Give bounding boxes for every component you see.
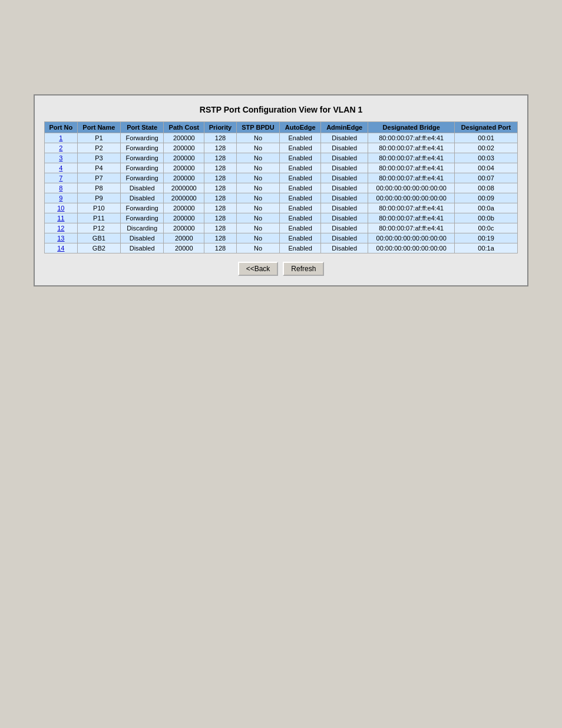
table-row: 11P11Forwarding200000128NoEnabledDisable… — [45, 213, 518, 223]
admin-edge-cell: Disabled — [321, 213, 368, 223]
path-cost-cell: 2000000 — [164, 193, 204, 203]
port-name-cell: GB1 — [77, 233, 120, 243]
port-state-cell: Disabled — [121, 193, 164, 203]
rstp-table: Port NoPort NamePort StatePath CostPrior… — [44, 121, 518, 253]
table-row: 1P1Forwarding200000128NoEnabledDisabled8… — [45, 133, 518, 143]
admin-edge-cell: Disabled — [321, 203, 368, 213]
stp-bpdu-cell: No — [236, 153, 280, 163]
button-row: <<Back Refresh — [44, 262, 518, 276]
path-cost-cell: 200000 — [164, 173, 204, 183]
port-name-cell: P8 — [77, 183, 120, 193]
stp-bpdu-cell: No — [236, 223, 280, 233]
port-name-cell: P11 — [77, 213, 120, 223]
port-name-cell: P10 — [77, 203, 120, 213]
port-no-cell[interactable]: 1 — [45, 133, 78, 143]
port-no-cell[interactable]: 11 — [45, 213, 78, 223]
port-no-cell[interactable]: 12 — [45, 223, 78, 233]
designated-port-cell: 00:0a — [455, 203, 518, 213]
port-no-cell[interactable]: 4 — [45, 163, 78, 173]
port-state-cell: Forwarding — [121, 143, 164, 153]
port-no-cell[interactable]: 8 — [45, 183, 78, 193]
admin-edge-cell: Disabled — [321, 223, 368, 233]
back-button[interactable]: <<Back — [238, 262, 279, 276]
priority-cell: 128 — [204, 203, 236, 213]
designated-port-cell: 00:0b — [455, 213, 518, 223]
port-no-link[interactable]: 7 — [59, 174, 62, 182]
stp-bpdu-cell: No — [236, 163, 280, 173]
col-header-priority: Priority — [204, 122, 236, 133]
priority-cell: 128 — [204, 163, 236, 173]
designated-bridge-cell: 80:00:00:07:af:ff:e4:41 — [368, 173, 455, 183]
port-no-cell[interactable]: 3 — [45, 153, 78, 163]
port-no-link[interactable]: 13 — [57, 235, 64, 242]
designated-port-cell: 00:04 — [455, 163, 518, 173]
table-row: 13GB1Disabled20000128NoEnabledDisabled00… — [45, 233, 518, 243]
port-name-cell: P4 — [77, 163, 120, 173]
port-state-cell: Discarding — [121, 223, 164, 233]
port-state-cell: Forwarding — [121, 203, 164, 213]
admin-edge-cell: Disabled — [321, 173, 368, 183]
table-row: 4P4Forwarding200000128NoEnabledDisabled8… — [45, 163, 518, 173]
priority-cell: 128 — [204, 233, 236, 243]
designated-bridge-cell: 00:00:00:00:00:00:00:00 — [368, 193, 455, 203]
port-no-cell[interactable]: 13 — [45, 233, 78, 243]
col-header-autoedge: AutoEdge — [280, 122, 321, 133]
priority-cell: 128 — [204, 173, 236, 183]
port-no-link[interactable]: 4 — [59, 164, 62, 172]
designated-bridge-cell: 00:00:00:00:00:00:00:00 — [368, 243, 455, 253]
port-no-link[interactable]: 10 — [57, 205, 64, 212]
port-name-cell: P3 — [77, 153, 120, 163]
auto-edge-cell: Enabled — [280, 153, 321, 163]
table-row: 10P10Forwarding200000128NoEnabledDisable… — [45, 203, 518, 213]
port-no-cell[interactable]: 2 — [45, 143, 78, 153]
refresh-button[interactable]: Refresh — [283, 262, 324, 276]
port-no-cell[interactable]: 10 — [45, 203, 78, 213]
port-no-link[interactable]: 9 — [59, 195, 62, 202]
col-header-designated-bridge: Designated Bridge — [368, 122, 455, 133]
port-no-link[interactable]: 14 — [57, 245, 64, 252]
port-no-link[interactable]: 2 — [59, 144, 62, 151]
port-state-cell: Forwarding — [121, 133, 164, 143]
priority-cell: 128 — [204, 223, 236, 233]
designated-bridge-cell: 80:00:00:07:af:ff:e4:41 — [368, 153, 455, 163]
port-name-cell: P7 — [77, 173, 120, 183]
main-container: RSTP Port Configuration View for VLAN 1 … — [34, 94, 528, 286]
stp-bpdu-cell: No — [236, 143, 280, 153]
stp-bpdu-cell: No — [236, 213, 280, 223]
stp-bpdu-cell: No — [236, 183, 280, 193]
admin-edge-cell: Disabled — [321, 243, 368, 253]
table-row: 2P2Forwarding200000128NoEnabledDisabled8… — [45, 143, 518, 153]
port-no-link[interactable]: 12 — [57, 225, 64, 232]
designated-port-cell: 00:02 — [455, 143, 518, 153]
designated-port-cell: 00:0c — [455, 223, 518, 233]
path-cost-cell: 2000000 — [164, 183, 204, 193]
port-no-link[interactable]: 3 — [59, 154, 62, 162]
path-cost-cell: 200000 — [164, 163, 204, 173]
designated-bridge-cell: 00:00:00:00:00:00:00:00 — [368, 183, 455, 193]
designated-port-cell: 00:08 — [455, 183, 518, 193]
port-no-cell[interactable]: 14 — [45, 243, 78, 253]
port-name-cell: P2 — [77, 143, 120, 153]
port-no-cell[interactable]: 7 — [45, 173, 78, 183]
admin-edge-cell: Disabled — [321, 163, 368, 173]
port-no-link[interactable]: 11 — [57, 215, 64, 222]
path-cost-cell: 200000 — [164, 153, 204, 163]
auto-edge-cell: Enabled — [280, 213, 321, 223]
port-no-link[interactable]: 1 — [59, 134, 62, 141]
auto-edge-cell: Enabled — [280, 193, 321, 203]
table-header-row: Port NoPort NamePort StatePath CostPrior… — [45, 122, 518, 133]
path-cost-cell: 20000 — [164, 243, 204, 253]
path-cost-cell: 200000 — [164, 143, 204, 153]
port-no-cell[interactable]: 9 — [45, 193, 78, 203]
admin-edge-cell: Disabled — [321, 193, 368, 203]
designated-bridge-cell: 80:00:00:07:af:ff:e4:41 — [368, 213, 455, 223]
auto-edge-cell: Enabled — [280, 143, 321, 153]
table-row: 8P8Disabled2000000128NoEnabledDisabled00… — [45, 183, 518, 193]
col-header-stp-bpdu: STP BPDU — [236, 122, 280, 133]
designated-bridge-cell: 80:00:00:07:af:ff:e4:41 — [368, 163, 455, 173]
port-no-link[interactable]: 8 — [59, 185, 62, 192]
port-state-cell: Forwarding — [121, 153, 164, 163]
col-header-port-state: Port State — [121, 122, 164, 133]
col-header-path-cost: Path Cost — [164, 122, 204, 133]
port-state-cell: Forwarding — [121, 213, 164, 223]
